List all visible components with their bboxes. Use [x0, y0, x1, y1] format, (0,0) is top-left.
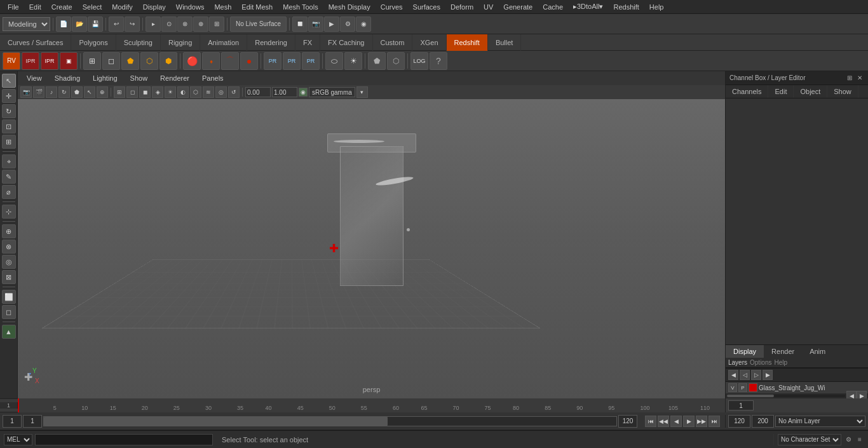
- snap-point-btn[interactable]: ◎: [2, 255, 16, 269]
- menu-file[interactable]: File: [3, 2, 24, 12]
- channel-box-close[interactable]: ✕: [855, 74, 864, 83]
- rs-pr2-btn[interactable]: PR: [283, 52, 301, 70]
- rotate-tool-btn[interactable]: ↻: [2, 104, 16, 118]
- rs-circle-btn[interactable]: ●: [240, 52, 258, 70]
- tab-edit[interactable]: Edit: [768, 85, 794, 98]
- status-settings-btn[interactable]: ⚙: [844, 435, 853, 444]
- vp-rot-btn[interactable]: ↺: [228, 86, 240, 98]
- layer-tab-anim[interactable]: Anim: [802, 345, 833, 358]
- open-file-btn[interactable]: 📂: [72, 17, 87, 32]
- pb-play-fwd[interactable]: ▶: [683, 416, 695, 427]
- tab-fx-caching[interactable]: FX Caching: [320, 34, 372, 51]
- pb-prev-frame[interactable]: ◀: [670, 416, 682, 427]
- menu-curves[interactable]: Curves: [376, 2, 408, 12]
- layer-vis-btn[interactable]: V: [728, 383, 737, 392]
- snap-grid-btn[interactable]: ⊕: [2, 224, 16, 238]
- channel-box-pin[interactable]: ⊞: [845, 74, 854, 83]
- rs-pr1-btn[interactable]: PR: [264, 52, 281, 70]
- workspace-selector[interactable]: Modeling: [3, 17, 50, 31]
- character-set-select[interactable]: No Character Set: [778, 434, 841, 445]
- timeline-ruler[interactable]: 5 10 15 20 25 30 35 40 45 50 55 60 65 70…: [18, 398, 725, 412]
- vp-aa-btn[interactable]: ◎: [215, 86, 227, 98]
- pb-goto-start[interactable]: ⏮: [645, 416, 656, 427]
- soft-select-btn[interactable]: ⊕: [193, 17, 208, 32]
- viewport[interactable]: View Shading Lighting Show Renderer Pane…: [18, 71, 725, 398]
- vp-menu-view[interactable]: View: [23, 73, 46, 83]
- new-file-btn[interactable]: 📄: [56, 17, 71, 32]
- layer-tab-render[interactable]: Render: [764, 345, 802, 358]
- symmetry-btn[interactable]: ⊞: [209, 17, 224, 32]
- no-live-surface-btn[interactable]: No Live Surface: [230, 17, 287, 32]
- vp-menu-renderer[interactable]: Renderer: [156, 73, 193, 83]
- vp-wireframe-btn[interactable]: ◻: [126, 86, 138, 98]
- transform-tool-btn[interactable]: ⊞: [2, 135, 16, 149]
- layer-left-arrow[interactable]: ◀: [728, 370, 738, 380]
- rs-box-btn[interactable]: ◻: [102, 52, 120, 70]
- rs-help-btn[interactable]: ?: [430, 52, 447, 70]
- layer-left-arrow2[interactable]: ◁: [740, 370, 750, 380]
- rs-curve-btn[interactable]: ⌒: [221, 52, 239, 70]
- pb-goto-end[interactable]: ⏭: [709, 416, 720, 427]
- lasso-btn[interactable]: ⊙: [161, 17, 177, 32]
- show-manip-btn[interactable]: ⊹: [2, 205, 16, 219]
- vp-gamma-toggle[interactable]: ◉: [299, 88, 308, 97]
- menu-select[interactable]: Select: [78, 2, 107, 12]
- menu-mesh-display[interactable]: Mesh Display: [323, 2, 376, 12]
- rs-ipr2-btn[interactable]: IPR: [41, 52, 58, 70]
- menu-create[interactable]: Create: [46, 2, 78, 12]
- rs-grid-btn[interactable]: ⊞: [83, 52, 101, 70]
- vp-cycle-btn[interactable]: ↻: [58, 86, 70, 98]
- select-tool-btn[interactable]: ↖: [2, 74, 16, 88]
- layer-type-btn[interactable]: P: [738, 383, 747, 392]
- undo-btn[interactable]: ↩: [109, 17, 124, 32]
- layer-scrollbar[interactable]: ◀ ▶: [726, 393, 868, 398]
- pb-range-start[interactable]: [3, 415, 22, 428]
- paint-select-btn[interactable]: ⊗: [177, 17, 193, 32]
- layer-subtab-options[interactable]: Options: [750, 359, 771, 366]
- sculpt-tool-btn[interactable]: ⌀: [2, 185, 16, 199]
- rs-icon-lt[interactable]: ▲: [2, 325, 16, 339]
- rs-sphere-btn[interactable]: ⬟: [121, 52, 139, 70]
- tab-object[interactable]: Object: [794, 85, 827, 98]
- layer-right-arrow2[interactable]: ▷: [751, 370, 761, 380]
- vp-grid-btn[interactable]: ⊞: [114, 86, 125, 98]
- menu-uv[interactable]: UV: [478, 2, 498, 12]
- layer-right-arrow[interactable]: ▶: [763, 370, 773, 380]
- range-bar[interactable]: [43, 416, 617, 426]
- rs-mat-btn[interactable]: ⬟: [368, 52, 386, 70]
- move-tool-btn[interactable]: ✛: [2, 89, 16, 103]
- rs-sun-btn[interactable]: ☀: [344, 52, 362, 70]
- command-input[interactable]: [35, 434, 213, 445]
- save-file-btn[interactable]: 💾: [88, 17, 103, 32]
- status-extra-btn[interactable]: ≡: [855, 435, 864, 444]
- scale-tool-btn[interactable]: ⊡: [2, 119, 16, 133]
- vp-menu-lighting[interactable]: Lighting: [89, 73, 121, 83]
- tab-xgen[interactable]: XGen: [412, 34, 446, 51]
- redo-btn[interactable]: ↪: [125, 17, 140, 32]
- pb-total-frames[interactable]: [752, 415, 774, 428]
- vp-light-btn[interactable]: ☀: [165, 86, 176, 98]
- tab-custom[interactable]: Custom: [373, 34, 413, 51]
- tab-channels[interactable]: Channels: [726, 85, 768, 98]
- soft-select-tool-btn[interactable]: ⌖: [2, 154, 16, 168]
- pb-current[interactable]: [23, 415, 42, 428]
- vp-poly-btn[interactable]: ◼: [139, 86, 151, 98]
- menu-modify[interactable]: Modify: [107, 2, 137, 12]
- rs-ipr-btn[interactable]: IPR: [22, 52, 39, 70]
- menu-cache[interactable]: Cache: [538, 2, 568, 12]
- vp-audio-btn[interactable]: ♪: [46, 86, 57, 98]
- menu-generate[interactable]: Generate: [498, 2, 538, 12]
- rs-light-btn[interactable]: ⬡: [140, 52, 158, 70]
- menu-mesh-tools[interactable]: Mesh Tools: [278, 2, 323, 12]
- pb-range-end[interactable]: [618, 415, 637, 428]
- select-mode-btn[interactable]: ▸: [146, 17, 161, 32]
- render-region-btn[interactable]: 🔲: [292, 17, 308, 32]
- scroll-thumb[interactable]: [727, 395, 774, 397]
- layer-tab-display[interactable]: Display: [726, 345, 764, 358]
- vp-snap-btn[interactable]: ⊕: [97, 86, 108, 98]
- rs-mat2-btn[interactable]: ⬡: [387, 52, 405, 70]
- ipr-btn[interactable]: ▶: [324, 17, 339, 32]
- tab-bullet[interactable]: Bullet: [488, 34, 522, 51]
- vp-camera-btn[interactable]: 📷: [20, 86, 32, 98]
- tab-curves-surfaces[interactable]: Curves / Surfaces: [0, 34, 71, 51]
